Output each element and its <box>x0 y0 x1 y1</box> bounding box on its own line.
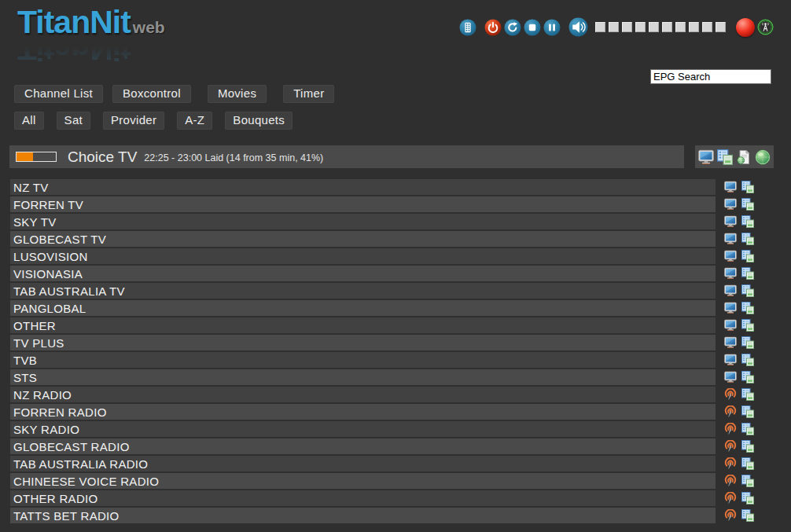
epg-button[interactable] <box>741 233 754 245</box>
zap-radio-button[interactable] <box>724 388 737 401</box>
channel-row-bar[interactable]: STS <box>10 369 716 385</box>
volume-segment[interactable] <box>716 22 726 32</box>
zap-radio-button[interactable] <box>724 440 737 453</box>
volume-segment[interactable] <box>635 22 646 32</box>
zap-tv-button[interactable] <box>724 198 737 211</box>
channel-row-bar[interactable]: CHINEESE VOICE RADIO <box>10 473 716 489</box>
channel-row: VISIONASIA <box>10 266 759 281</box>
zap-tv-button[interactable] <box>724 319 737 332</box>
channel-row-actions <box>724 354 759 366</box>
volume-segment[interactable] <box>622 22 632 32</box>
channel-row-bar[interactable]: FORREN TV <box>10 196 716 212</box>
pause-button[interactable] <box>543 19 561 36</box>
filter-bouquets-button[interactable]: Bouquets <box>225 112 292 130</box>
zap-radio-button[interactable] <box>724 457 737 470</box>
stream-antenna-button[interactable] <box>757 19 774 35</box>
nav-channel-list-button[interactable]: Channel List <box>14 85 103 103</box>
epg-button[interactable] <box>741 388 754 401</box>
channel-row-bar[interactable]: GLOBECAST RADIO <box>10 438 716 454</box>
zap-tv-button[interactable] <box>724 215 737 228</box>
epg-button[interactable] <box>741 457 754 470</box>
zap-radio-button[interactable] <box>724 509 737 522</box>
monitor-icon <box>724 267 737 280</box>
remote-control-button[interactable] <box>459 19 476 36</box>
volume-segment[interactable] <box>675 22 686 32</box>
channel-row: GLOBECAST TV <box>10 231 759 247</box>
zap-tv-button[interactable] <box>724 354 737 366</box>
volume-segment[interactable] <box>595 22 605 32</box>
epg-button[interactable] <box>741 371 754 383</box>
channel-row-bar[interactable]: OTHER RADIO <box>10 490 716 506</box>
filter-az-button[interactable]: A-Z <box>177 112 212 130</box>
volume-segment[interactable] <box>689 22 699 32</box>
channel-row-bar[interactable]: NZ TV <box>10 179 716 195</box>
channel-row-bar[interactable]: TV PLUS <box>10 335 716 350</box>
zap-radio-button[interactable] <box>724 492 737 504</box>
epg-button[interactable] <box>741 302 754 314</box>
channel-row-bar[interactable]: GLOBECAST TV <box>10 231 716 247</box>
volume-segment[interactable] <box>662 22 672 32</box>
channel-name: TATTS BET RADIO <box>13 509 120 523</box>
zap-tv-button[interactable] <box>724 181 737 193</box>
channel-row-actions <box>724 181 759 193</box>
filter-all-button[interactable]: All <box>14 112 44 130</box>
zap-tv-button[interactable] <box>724 267 737 280</box>
zap-radio-button[interactable] <box>724 405 737 418</box>
epg-button[interactable] <box>741 354 754 366</box>
stop-button[interactable] <box>524 19 541 36</box>
restart-button[interactable] <box>504 19 521 36</box>
epg-button[interactable] <box>741 250 754 262</box>
channel-row-bar[interactable]: TAB AUSTRALIA TV <box>10 283 716 299</box>
channel-row-bar[interactable]: OTHER <box>10 317 716 333</box>
epg-button[interactable] <box>741 284 754 297</box>
zap-radio-button[interactable] <box>724 423 737 435</box>
channel-row-bar[interactable]: TAB AUSTRALIA RADIO <box>10 456 716 471</box>
filter-sat-button[interactable]: Sat <box>57 112 90 130</box>
channel-row-bar[interactable]: SKY RADIO <box>10 421 716 437</box>
channel-row-bar[interactable]: FORREN RADIO <box>10 404 716 420</box>
mute-button[interactable] <box>568 17 588 37</box>
epg-button[interactable] <box>741 215 754 228</box>
epg-button[interactable] <box>741 405 754 418</box>
channel-row-bar[interactable]: TATTS BET RADIO <box>10 508 716 523</box>
epg-button[interactable] <box>741 492 754 504</box>
channel-row-bar[interactable]: VISIONASIA <box>10 266 716 281</box>
monitor-icon <box>724 336 737 349</box>
record-indicator[interactable] <box>736 18 755 37</box>
epg-button[interactable] <box>741 198 754 211</box>
epg-button[interactable] <box>741 319 754 332</box>
zap-tv-button[interactable] <box>724 302 737 314</box>
zap-tv-button[interactable] <box>724 336 737 349</box>
zap-tv-button[interactable] <box>724 233 737 245</box>
zap-tv-button[interactable] <box>724 250 737 262</box>
epg-button[interactable] <box>741 475 754 487</box>
channel-row-bar[interactable]: SKY TV <box>10 214 716 229</box>
epg-button[interactable] <box>741 423 754 435</box>
stream-button[interactable] <box>755 149 771 165</box>
channel-row-bar[interactable]: LUSOVISION <box>10 248 716 264</box>
nav-movies-button[interactable]: Movies <box>208 85 267 103</box>
epg-button[interactable] <box>741 336 754 349</box>
power-button[interactable] <box>484 19 502 36</box>
epg-button[interactable] <box>741 267 754 280</box>
channel-row-bar[interactable]: NZ RADIO <box>10 387 716 402</box>
epg-button[interactable] <box>741 509 754 522</box>
channel-row-actions <box>724 336 759 349</box>
volume-segment[interactable] <box>609 22 619 32</box>
nav-timer-button[interactable]: Timer <box>283 85 334 103</box>
volume-segment[interactable] <box>702 22 712 32</box>
epg-button[interactable] <box>717 149 733 165</box>
channel-row-bar[interactable]: PANGLOBAL <box>10 300 716 316</box>
web-epg-button[interactable] <box>736 149 752 165</box>
zap-button[interactable] <box>698 149 714 165</box>
volume-segment[interactable] <box>649 22 659 32</box>
zap-tv-button[interactable] <box>724 371 737 383</box>
epg-search-input[interactable] <box>650 69 771 84</box>
filter-provider-button[interactable]: Provider <box>103 112 164 130</box>
epg-button[interactable] <box>741 440 754 453</box>
zap-tv-button[interactable] <box>724 284 737 297</box>
zap-radio-button[interactable] <box>724 475 737 487</box>
nav-boxcontrol-button[interactable]: Boxcontrol <box>112 85 191 103</box>
channel-row-bar[interactable]: TVB <box>10 352 716 368</box>
epg-button[interactable] <box>741 181 754 193</box>
